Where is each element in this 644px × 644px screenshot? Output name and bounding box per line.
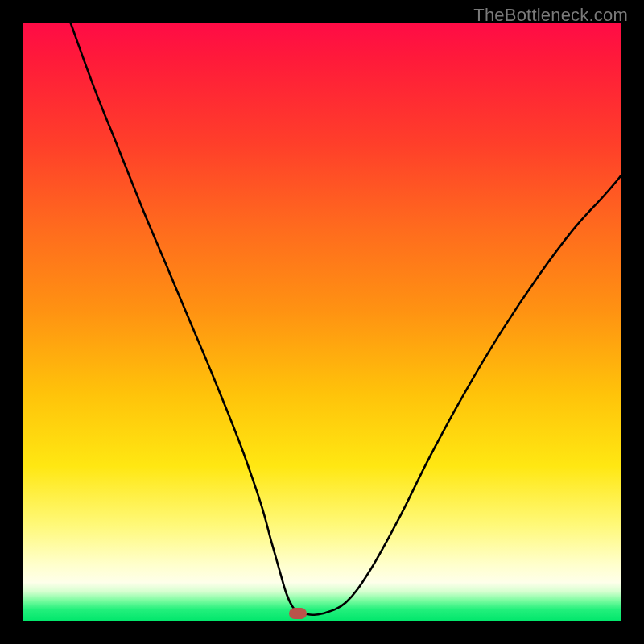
optimal-point-marker xyxy=(289,608,307,619)
bottleneck-curve xyxy=(23,23,621,621)
chart-frame: TheBottleneck.com xyxy=(0,0,644,644)
plot-area xyxy=(23,23,621,621)
